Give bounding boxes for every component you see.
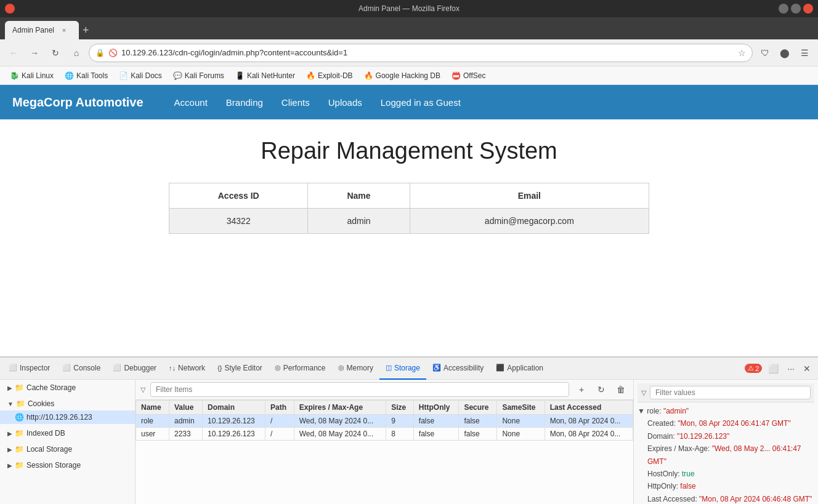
- tab-style-editor[interactable]: {} Style Editor: [211, 358, 269, 380]
- sidebar-item-indexed-db[interactable]: ▶ 📁 Indexed DB: [0, 426, 135, 440]
- sidebar-cache-storage-section: ▶ 📁 Cache Storage: [0, 380, 135, 396]
- error-count: 2: [755, 365, 759, 372]
- cookie-cell-name: role: [136, 415, 169, 428]
- bookmark-kali-nethunter[interactable]: 📱 Kali NetHunter: [230, 70, 300, 81]
- nav-clients[interactable]: Clients: [281, 97, 310, 108]
- cookie-cell-path: /: [265, 415, 294, 428]
- col-secure: Secure: [459, 401, 497, 415]
- cookie-table-row[interactable]: user223310.129.26.123/Wed, 08 May 2024 0…: [136, 428, 633, 441]
- back-button[interactable]: ←: [5, 44, 22, 62]
- new-tab-button[interactable]: +: [79, 24, 93, 37]
- reload-button[interactable]: ↻: [47, 44, 64, 62]
- sidebar-item-cookie-host[interactable]: 🌐 http://10.129.26.123: [0, 410, 135, 424]
- filter-items-input[interactable]: [150, 382, 569, 397]
- tab-debugger[interactable]: ⬜ Debugger: [107, 358, 163, 380]
- col-access-id: Access ID: [169, 183, 308, 209]
- cookie-cell-httponly: false: [413, 415, 459, 428]
- col-value: Value: [169, 401, 203, 415]
- bookmarks-bar: 🐉 Kali Linux 🌐 Kali Tools 📄 Kali Docs 💬 …: [0, 66, 818, 85]
- add-cookie-button[interactable]: +: [574, 382, 589, 397]
- sidebar-local-storage-section: ▶ 📁 Local Storage: [0, 441, 135, 457]
- sidebar-item-local-storage[interactable]: ▶ 📁 Local Storage: [0, 442, 135, 456]
- detail-lastaccessed-key: Last Accessed:: [647, 495, 699, 503]
- minimize-button[interactable]: [779, 4, 788, 14]
- cookie-cell-secure: false: [459, 415, 497, 428]
- home-button[interactable]: ⌂: [68, 44, 85, 62]
- tab-memory[interactable]: ◎ Memory: [332, 358, 379, 380]
- cookie-cell-httponly: false: [413, 428, 459, 441]
- sidebar-item-cache-storage[interactable]: ▶ 📁 Cache Storage: [0, 381, 135, 394]
- tab-network[interactable]: ↑↓ Network: [163, 358, 211, 380]
- bookmark-kali-forums[interactable]: 💬 Kali Forums: [168, 70, 229, 81]
- cookie-cell-size: 8: [386, 428, 414, 441]
- detail-collapse-icon[interactable]: ▼: [638, 407, 647, 415]
- close-button[interactable]: [803, 4, 813, 14]
- tab-performance[interactable]: ◎ Performance: [269, 358, 332, 380]
- kali-forums-icon: 💬: [173, 71, 182, 80]
- browser-tab[interactable]: Admin Panel ×: [5, 21, 79, 39]
- cookie-cell-last_accessed: Mon, 08 Apr 2024 0...: [545, 415, 633, 428]
- sidebar-item-session-storage[interactable]: ▶ 📁 Session Storage: [0, 458, 135, 472]
- refresh-button[interactable]: ↻: [594, 382, 609, 397]
- kali-linux-icon: 🐉: [10, 71, 19, 80]
- tab-memory-label: Memory: [347, 364, 373, 372]
- profile-icon-btn[interactable]: ⬤: [776, 44, 793, 62]
- url-bar[interactable]: 🔒 🚫 10.129.26.123/cdn-cgi/login/admin.ph…: [89, 44, 753, 62]
- col-size: Size: [386, 401, 414, 415]
- detail-domain-row: Domain: "10.129.26.123": [647, 430, 814, 442]
- cell-email: admin@megacorp.com: [410, 209, 649, 234]
- bookmark-google-hacking[interactable]: 🔥 Google Hacking DB: [359, 70, 445, 81]
- network-icon: ↑↓: [169, 364, 176, 372]
- devtools-close-button[interactable]: ✕: [801, 362, 813, 375]
- tab-accessibility[interactable]: ♿ Accessibility: [426, 358, 490, 380]
- cookie-cell-size: 9: [386, 415, 414, 428]
- devtools-options-button[interactable]: ···: [785, 362, 797, 375]
- menu-button[interactable]: ☰: [796, 44, 813, 62]
- filter-values-input[interactable]: [650, 386, 811, 399]
- tab-close-button[interactable]: ×: [59, 25, 69, 35]
- devtools-dock-button[interactable]: ⬜: [766, 362, 781, 375]
- col-last-accessed: Last Accessed: [545, 401, 633, 415]
- cookie-cell-value: admin: [169, 415, 203, 428]
- bookmark-exploit-db[interactable]: 🔥 Exploit-DB: [301, 70, 358, 81]
- nav-account[interactable]: Account: [174, 97, 208, 108]
- site-nav: MegaCorp Automotive Account Branding Cli…: [0, 85, 818, 119]
- nethunter-icon: 📱: [235, 71, 245, 80]
- table-row: 34322 admin admin@megacorp.com: [169, 209, 649, 234]
- tab-accessibility-label: Accessibility: [443, 364, 484, 372]
- bookmark-kali-docs[interactable]: 📄 Kali Docs: [114, 70, 167, 81]
- sidebar-cache-storage-label: Cache Storage: [26, 383, 76, 392]
- tracker-icon: 🚫: [108, 49, 118, 57]
- cookie-cell-domain: 10.129.26.123: [203, 415, 265, 428]
- tab-storage[interactable]: ◫ Storage: [379, 358, 426, 380]
- maximize-button[interactable]: [791, 4, 801, 14]
- cookie-table-row[interactable]: roleadmin10.129.26.123/Wed, 08 May 2024 …: [136, 415, 633, 428]
- tab-debugger-label: Debugger: [124, 364, 156, 372]
- detail-httponly-value: false: [680, 482, 695, 490]
- filter-values-icon: ▽: [641, 389, 646, 397]
- sidebar-local-storage-label: Local Storage: [26, 445, 72, 454]
- tab-inspector[interactable]: ⬜ Inspector: [2, 358, 56, 380]
- nav-uploads[interactable]: Uploads: [328, 97, 362, 108]
- detail-domain-key: Domain:: [647, 432, 677, 441]
- delete-all-button[interactable]: 🗑: [614, 382, 628, 397]
- filter-icon: ▽: [140, 386, 145, 394]
- bookmark-star-icon[interactable]: ☆: [738, 48, 746, 58]
- tab-title: Admin Panel: [12, 26, 54, 34]
- site-logo: MegaCorp Automotive: [12, 95, 144, 110]
- window-title: Admin Panel — Mozilla Firefox: [358, 4, 460, 13]
- tab-application[interactable]: ⬛ Application: [490, 358, 549, 380]
- shield-icon-btn[interactable]: 🛡: [756, 44, 774, 62]
- nav-branding[interactable]: Branding: [226, 97, 263, 108]
- bookmark-kali-tools[interactable]: 🌐 Kali Tools: [60, 70, 113, 81]
- forward-button[interactable]: →: [26, 44, 43, 62]
- sidebar-session-storage-section: ▶ 📁 Session Storage: [0, 457, 135, 473]
- debugger-icon: ⬜: [113, 364, 121, 372]
- tab-performance-label: Performance: [283, 364, 326, 372]
- tab-console[interactable]: ⬜ Console: [56, 358, 107, 380]
- error-icon: ⚠: [748, 364, 754, 372]
- bookmark-offsec[interactable]: 📛 OffSec: [447, 70, 490, 81]
- bookmark-kali-linux[interactable]: 🐉 Kali Linux: [5, 70, 59, 81]
- sidebar-item-cookies[interactable]: ▼ 📁 Cookies: [0, 397, 135, 410]
- firefox-icon: [5, 4, 15, 14]
